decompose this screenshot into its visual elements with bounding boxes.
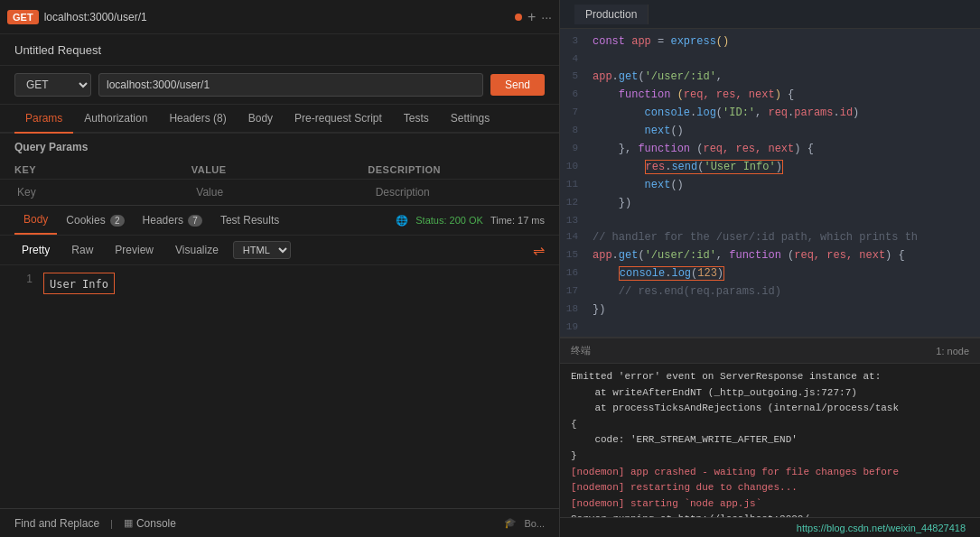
term-line-5: code: 'ERR_STREAM_WRITE_AFTER_END' <box>571 432 969 449</box>
bottom-bar: Find and Replace | ▦ Console 🎓 Bo... <box>0 508 559 537</box>
bootcamp-label: Bo... <box>524 518 545 529</box>
tab-settings[interactable]: Settings <box>440 105 500 132</box>
tab-pre-request[interactable]: Pre-request Script <box>284 105 393 132</box>
value-input[interactable] <box>193 183 365 201</box>
code-line-7: 7 console.log('ID:', req.params.id) <box>560 104 980 122</box>
code-line-15: 15 app.get('/user/:id', function (req, r… <box>560 246 980 264</box>
fmt-pretty[interactable]: Pretty <box>14 242 57 258</box>
code-line-6: 6 function (req, res, next) { <box>560 86 980 104</box>
more-options-icon[interactable]: ··· <box>541 10 552 24</box>
term-line-3: at processTicksAndRejections (internal/p… <box>571 401 969 417</box>
bootcamp-icon: 🎓 <box>504 517 517 529</box>
terminal-tab-bar: 终端 1: node <box>560 338 980 364</box>
console-icon: ▦ <box>124 517 133 529</box>
find-replace-label: Find and Replace <box>14 517 99 530</box>
terminal: 终端 1: node Emitted 'error' event on Serv… <box>560 337 980 517</box>
tab-params[interactable]: Params <box>14 105 73 134</box>
line-number: 1 <box>14 273 33 294</box>
query-params-section: Query Params <box>0 134 559 161</box>
col-value-header: VALUE <box>191 164 369 175</box>
term-line-7: [nodemon] app crashed - waiting for file… <box>571 465 969 481</box>
request-title[interactable]: Untitled Request <box>14 43 101 57</box>
response-body: 1 User Info <box>0 265 559 508</box>
code-line-5: 5 app.get('/user/:id', <box>560 68 980 86</box>
new-tab-icon[interactable]: + <box>527 9 536 25</box>
left-panel: GET localhost:3000/user/1 + ··· Untitled… <box>0 0 560 537</box>
right-panel: Production 3 const app = express() 4 5 a… <box>560 0 980 537</box>
format-select[interactable]: HTML JSON Text <box>233 241 291 259</box>
code-line-14: 14 // handler for the /user/:id path, wh… <box>560 228 980 246</box>
cookies-badge: 2 <box>110 215 125 227</box>
response-value-text: User Info <box>50 278 108 291</box>
response-tab-bar: Body Cookies 2 Headers 7 Test Results 🌐 … <box>0 206 559 236</box>
col-desc-header: DESCRIPTION <box>368 164 545 175</box>
code-line-4: 4 <box>560 51 980 68</box>
find-replace-button[interactable]: Find and Replace <box>14 517 99 530</box>
console-label: Console <box>136 517 176 530</box>
code-line-9: 9 }, function (req, res, next) { <box>560 140 980 158</box>
blog-url[interactable]: https://blog.csdn.net/weixin_44827418 <box>797 523 966 533</box>
method-select[interactable]: GET POST PUT DELETE <box>14 73 91 97</box>
term-line-9: [nodemon] starting `node app.js` <box>571 496 969 513</box>
editor-tab-production[interactable]: Production <box>574 5 649 24</box>
term-line-1: Emitted 'error' event on ServerResponse … <box>571 369 969 385</box>
terminal-content: Emitted 'error' event on ServerResponse … <box>560 364 980 517</box>
code-line-12: 12 }) <box>560 194 980 212</box>
tab-authorization[interactable]: Authorization <box>73 105 158 132</box>
col-key-header: KEY <box>14 164 191 175</box>
response-line-1: 1 User Info <box>14 273 545 294</box>
clear-response-icon[interactable]: ⇌ <box>533 242 545 259</box>
params-table-header: KEY VALUE DESCRIPTION <box>0 161 559 179</box>
request-title-bar: Untitled Request <box>0 34 559 66</box>
fmt-raw[interactable]: Raw <box>64 242 100 258</box>
send-button[interactable]: Send <box>490 74 545 96</box>
editor-tab-bar: Production <box>560 0 980 29</box>
tab-body[interactable]: Body <box>238 105 284 132</box>
headers-badge: 7 <box>188 215 202 227</box>
method-badge: GET <box>7 10 39 24</box>
fmt-preview[interactable]: Preview <box>107 242 161 258</box>
console-button[interactable]: ▦ Console <box>124 517 176 530</box>
tab-headers[interactable]: Headers (8) <box>158 105 237 132</box>
code-line-17: 17 // res.end(req.params.id) <box>560 282 980 301</box>
format-tabs: Pretty Raw Preview Visualize HTML JSON T… <box>0 236 559 265</box>
code-line-18: 18 }) <box>560 301 980 319</box>
terminal-tab-node: 1: node <box>936 346 969 356</box>
code-line-19: 19 <box>560 319 980 336</box>
term-line-4: { <box>571 417 969 433</box>
term-line-2: at writeAfterEndNT (_http_outgoing.js:72… <box>571 385 969 402</box>
unsaved-indicator <box>515 14 522 21</box>
globe-icon: 🌐 <box>396 215 408 227</box>
code-line-3: 3 const app = express() <box>560 32 980 51</box>
status-time: Time: 17 ms <box>490 215 545 226</box>
status-bottom-bar: https://blog.csdn.net/weixin_44827418 <box>560 517 980 537</box>
key-input[interactable] <box>14 183 186 201</box>
code-editor: Production 3 const app = express() 4 5 a… <box>560 0 980 337</box>
term-line-6: } <box>571 449 969 465</box>
response-value-highlight: User Info <box>43 273 115 294</box>
params-row <box>0 179 559 205</box>
code-line-10: 10 res.send('User Info') <box>560 158 980 176</box>
editor-content[interactable]: 3 const app = express() 4 5 app.get('/us… <box>560 29 980 337</box>
status-ok: Status: 200 OK <box>415 215 483 226</box>
url-bar: GET POST PUT DELETE Send <box>0 66 559 105</box>
request-tab-bar: GET localhost:3000/user/1 + ··· <box>0 0 559 34</box>
bottom-right: 🎓 Bo... <box>504 517 545 529</box>
terminal-tab-label[interactable]: 终端 <box>571 344 591 357</box>
resp-tab-headers[interactable]: Headers 7 <box>134 207 211 234</box>
tab-tests[interactable]: Tests <box>393 105 440 132</box>
resp-tab-body[interactable]: Body <box>14 206 57 235</box>
resp-tab-cookies[interactable]: Cookies 2 <box>57 207 133 234</box>
code-line-11: 11 next() <box>560 176 980 194</box>
url-input[interactable] <box>98 73 483 97</box>
resp-tab-test-results[interactable]: Test Results <box>211 207 288 234</box>
response-section: Body Cookies 2 Headers 7 Test Results 🌐 … <box>0 205 559 508</box>
code-line-13: 13 <box>560 212 980 229</box>
separator: | <box>110 518 113 529</box>
code-line-8: 8 next() <box>560 122 980 140</box>
description-input[interactable] <box>373 183 545 201</box>
fmt-visualize[interactable]: Visualize <box>168 242 226 258</box>
code-line-16: 16 console.log(123) <box>560 264 980 282</box>
request-nav-tabs: Params Authorization Headers (8) Body Pr… <box>0 105 559 134</box>
term-line-8: [nodemon] restarting due to changes... <box>571 480 969 496</box>
